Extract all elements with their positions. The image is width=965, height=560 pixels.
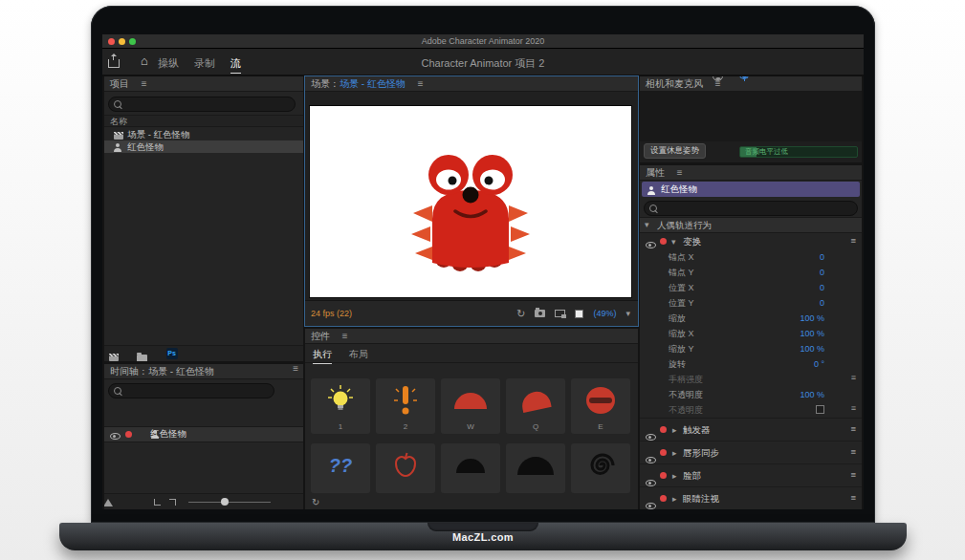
tab-layout[interactable]: 布局 xyxy=(349,348,368,361)
behavior-row-eye-gaze[interactable]: 眼睛注视 xyxy=(640,486,862,509)
eye-visibility-icon[interactable] xyxy=(646,434,656,441)
selected-puppet-row[interactable]: 红色怪物 xyxy=(642,182,860,197)
background-color-chip[interactable] xyxy=(575,310,583,318)
chevron-down-icon[interactable] xyxy=(671,238,676,247)
panel-menu-icon[interactable] xyxy=(342,332,348,341)
eye-visibility-icon[interactable] xyxy=(110,433,121,440)
chevron-down-icon[interactable] xyxy=(625,310,630,318)
brand-text: MacZL.com xyxy=(59,531,907,543)
new-scene-icon[interactable] xyxy=(109,354,119,361)
zoom-level[interactable]: (49%) xyxy=(593,309,616,318)
behavior-menu-icon[interactable] xyxy=(850,236,856,246)
record-arm-dot[interactable] xyxy=(125,431,132,438)
project-panel-title: 项目 xyxy=(110,78,129,89)
record-arm-dot[interactable] xyxy=(660,449,667,456)
timeline-track-row[interactable]: 红色怪物 xyxy=(104,426,303,442)
trigger-cell-apple[interactable] xyxy=(376,443,435,493)
behavior-menu-icon[interactable] xyxy=(850,470,856,480)
timeline-search-input[interactable] xyxy=(108,383,274,398)
behavior-menu-icon[interactable] xyxy=(850,493,856,503)
behavior-row-triggers[interactable]: 触发器 xyxy=(640,418,862,442)
record-arm-dot[interactable] xyxy=(660,238,667,245)
chevron-right-icon[interactable] xyxy=(672,426,677,435)
behavior-menu-icon[interactable] xyxy=(850,447,856,457)
apple-icon xyxy=(376,446,435,485)
controls-panel-header: 控件 xyxy=(305,329,638,344)
panel-menu-icon[interactable] xyxy=(142,79,147,89)
refresh-controls-icon[interactable] xyxy=(312,498,319,507)
tab-perform[interactable]: 执行 xyxy=(313,348,332,364)
trigger-cell-black-dome[interactable] xyxy=(441,443,500,493)
trigger-cell-question-marks[interactable] xyxy=(311,443,370,493)
controls-panel: 控件 执行 布局 xyxy=(305,329,638,509)
project-item-scene[interactable]: 场景 - 红色怪物 xyxy=(104,128,303,140)
trigger-cell-spiral[interactable] xyxy=(571,443,630,493)
behavior-menu-icon[interactable] xyxy=(850,424,856,434)
track-label: 红色怪物 xyxy=(150,428,186,441)
property-value[interactable]: 100 % xyxy=(800,311,824,326)
chevron-right-icon[interactable] xyxy=(672,495,677,504)
refresh-icon[interactable] xyxy=(516,309,525,319)
trigger-cell-mouth-e[interactable]: E xyxy=(571,378,630,434)
property-value[interactable]: 100 % xyxy=(800,326,824,341)
behavior-group-header[interactable]: 人偶轨道行为 xyxy=(640,217,862,233)
exclamation-icon xyxy=(376,381,435,420)
project-panel: 项目 名称 场景 - 红色怪物 红色怪物 xyxy=(104,76,303,361)
eye-visibility-icon[interactable] xyxy=(646,457,656,463)
property-value[interactable]: 100 % xyxy=(800,387,824,402)
set-rest-pose-button[interactable]: 设置休息姿势 xyxy=(644,143,706,159)
trigger-cell-mouth-q[interactable]: Q xyxy=(506,378,565,434)
property-value[interactable]: 0 xyxy=(820,295,824,311)
property-label: 位置 Y xyxy=(669,295,694,311)
trigger-key-label: Q xyxy=(506,422,565,431)
trigger-cell-lightbulb[interactable]: 1 xyxy=(311,378,370,434)
project-item-puppet[interactable]: 红色怪物 xyxy=(104,140,303,153)
property-menu-icon[interactable] xyxy=(851,374,856,382)
eye-visibility-icon[interactable] xyxy=(646,242,656,248)
controls-panel-title: 控件 xyxy=(311,331,330,341)
microphone-icon[interactable] xyxy=(742,76,747,78)
property-value[interactable]: 100 % xyxy=(800,341,824,356)
property-value[interactable]: 0 xyxy=(820,249,824,265)
new-folder-icon[interactable] xyxy=(137,355,147,361)
trigger-cell-mouth-w[interactable]: W xyxy=(441,378,500,434)
trigger-cell-black-dome-large[interactable] xyxy=(506,443,565,493)
snapshot-camera-icon[interactable] xyxy=(535,310,545,317)
window-titlebar: Adobe Character Animator 2020 xyxy=(102,34,864,49)
add-to-scene-icon[interactable] xyxy=(555,310,565,317)
expand-icon[interactable] xyxy=(154,499,161,506)
panel-menu-icon[interactable] xyxy=(418,79,424,89)
chevron-right-icon[interactable] xyxy=(672,472,677,481)
photoshop-icon[interactable] xyxy=(166,348,178,359)
panel-menu-icon[interactable] xyxy=(293,364,298,374)
transform-behavior-row[interactable]: 变换 xyxy=(640,234,862,249)
property-value[interactable]: 0 xyxy=(820,265,824,280)
laptop-base: MacZL.com xyxy=(59,523,907,550)
behavior-row-face[interactable]: 脸部 xyxy=(640,463,862,487)
behavior-row-lip-sync[interactable]: 唇形同步 xyxy=(640,441,862,464)
eye-visibility-icon[interactable] xyxy=(646,480,656,486)
property-label: 缩放 xyxy=(669,311,686,326)
property-value[interactable]: 0 xyxy=(820,280,824,295)
eye-visibility-icon[interactable] xyxy=(646,503,656,509)
chevron-down-icon[interactable] xyxy=(645,221,649,229)
scene-panel: 场景：场景 - 红色怪物 xyxy=(305,76,638,326)
property-value[interactable]: 0 ° xyxy=(814,356,824,372)
panel-menu-icon[interactable] xyxy=(677,168,683,178)
property-menu-icon[interactable] xyxy=(851,404,856,413)
collapse-icon[interactable] xyxy=(169,499,176,506)
scene-canvas[interactable] xyxy=(309,105,632,298)
project-search-input[interactable] xyxy=(108,97,296,112)
share-export-icon[interactable] xyxy=(108,59,120,68)
puppet-icon xyxy=(114,143,121,152)
properties-search-input[interactable] xyxy=(644,201,858,216)
opacity-checkbox[interactable] xyxy=(816,405,824,414)
zoom-slider-knob[interactable] xyxy=(221,498,229,506)
chevron-right-icon[interactable] xyxy=(672,449,677,458)
trigger-cell-exclamation[interactable]: 2 xyxy=(376,378,435,434)
record-arm-dot[interactable] xyxy=(660,426,667,433)
record-arm-dot[interactable] xyxy=(660,472,667,479)
behavior-label: 唇形同步 xyxy=(683,442,719,464)
record-arm-dot[interactable] xyxy=(660,495,667,502)
zoom-mountains-icon[interactable] xyxy=(104,499,114,506)
